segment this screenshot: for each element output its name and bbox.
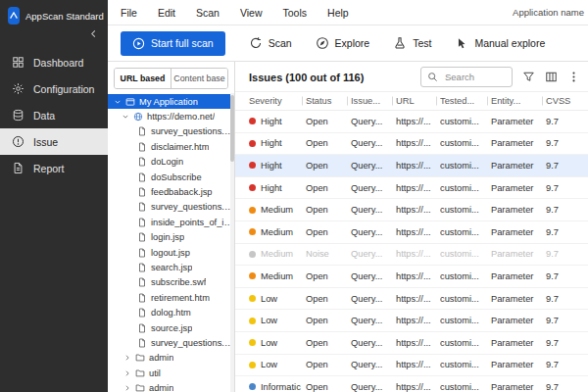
issue-row[interactable]: HightOpenQuery...https://...customi...Pa… bbox=[235, 177, 588, 200]
severity-cell: Medium bbox=[249, 205, 306, 215]
search-box[interactable] bbox=[420, 67, 513, 87]
report-icon bbox=[12, 162, 24, 174]
toolbar-buttons: ScanExploreTestManual explore bbox=[249, 36, 546, 50]
tree-folder[interactable]: admin bbox=[108, 351, 234, 366]
column-header-severity[interactable]: Severity bbox=[249, 96, 306, 106]
explore-button[interactable]: Explore bbox=[316, 36, 370, 50]
column-header-cvss[interactable]: CVSS bbox=[546, 96, 588, 106]
database-icon bbox=[12, 109, 24, 122]
issue-row[interactable]: LowOpenQuery...https://...customi...Para… bbox=[235, 332, 588, 355]
status-cell: Open bbox=[306, 227, 351, 237]
issue-row[interactable]: LowOpenQuery...https://...customi...Para… bbox=[235, 355, 588, 377]
url-cell: https://... bbox=[396, 205, 440, 215]
severity-label: Informatic bbox=[261, 382, 301, 392]
tree-file[interactable]: disclaimer.htm bbox=[108, 139, 234, 154]
tree-node-host[interactable]: https://demo.net/ bbox=[108, 109, 234, 123]
column-header-status[interactable]: Status bbox=[306, 96, 351, 106]
issue-row[interactable]: LowOpenQuery...https://...customi...Para… bbox=[235, 288, 588, 311]
tree-file[interactable]: inside_points_of_inter bbox=[108, 215, 234, 229]
tree-item-label: My Application bbox=[139, 97, 198, 107]
issue-row[interactable]: HightOpenQuery...https://...customi...Pa… bbox=[235, 111, 588, 133]
issue-row[interactable]: HightOpenQuery...https://...customi...Pa… bbox=[235, 133, 588, 156]
menu-edit[interactable]: Edit bbox=[158, 7, 175, 19]
menu-tools[interactable]: Tools bbox=[283, 7, 308, 19]
start-full-scan-button[interactable]: Start full scan bbox=[121, 31, 225, 56]
tree-folder[interactable]: util bbox=[108, 366, 234, 380]
cvss-cell: 9.7 bbox=[546, 338, 588, 348]
tree-file[interactable]: subscribe.swf bbox=[108, 275, 234, 290]
doc-icon bbox=[137, 248, 147, 258]
sidebar-item-data[interactable]: Data bbox=[0, 102, 108, 128]
tree-file[interactable]: survey_questions.jsp bbox=[108, 200, 234, 215]
tree-scrollbar[interactable] bbox=[230, 93, 234, 392]
tree-file[interactable]: survey_questions.jsp bbox=[108, 335, 234, 350]
issue-cell: Query... bbox=[351, 117, 396, 126]
tree-item-label: doSubscribe bbox=[151, 172, 202, 182]
scrollbar-thumb[interactable] bbox=[230, 95, 234, 162]
scan-icon bbox=[249, 36, 263, 50]
issue-row[interactable]: MediumOpenQuery...https://...customi...P… bbox=[235, 266, 588, 288]
severity-dot bbox=[249, 251, 256, 258]
menu-scan[interactable]: Scan bbox=[196, 7, 220, 19]
filter-icon[interactable] bbox=[522, 71, 535, 83]
tab-content-base[interactable]: Content base bbox=[171, 69, 227, 88]
menu-file[interactable]: File bbox=[121, 7, 137, 19]
sidebar-collapse-button[interactable] bbox=[0, 26, 108, 42]
url-cell: https://... bbox=[396, 227, 440, 237]
status-cell: Open bbox=[306, 161, 351, 171]
severity-label: Medium bbox=[261, 249, 293, 259]
issue-row[interactable]: MediumOpenQuery...https://...customi...P… bbox=[235, 199, 588, 221]
issue-row[interactable]: MediumOpenQuery...https://...customi...P… bbox=[235, 221, 588, 244]
issue-row[interactable]: InformaticOpenQuery...https://...customi… bbox=[235, 376, 588, 392]
columns-icon[interactable] bbox=[545, 71, 558, 83]
menu-help[interactable]: Help bbox=[327, 7, 349, 19]
column-header-url[interactable]: URL bbox=[396, 96, 440, 106]
sidebar-item-configuration[interactable]: Configuration bbox=[0, 75, 108, 102]
column-header-issue[interactable]: Issue... bbox=[351, 96, 396, 106]
tree-item-label: survey_questions.jsp bbox=[151, 126, 234, 136]
tree-file[interactable]: login.jsp bbox=[108, 230, 234, 245]
tree-file[interactable]: survey_questions.jsp bbox=[108, 124, 234, 139]
cvss-cell: 9.7 bbox=[546, 382, 588, 392]
tree-file[interactable]: source.jsp bbox=[108, 320, 234, 335]
gear-icon bbox=[12, 82, 24, 95]
folder-icon bbox=[135, 368, 145, 378]
severity-cell: Low bbox=[249, 294, 306, 304]
tree-item-label: login.jsp bbox=[151, 232, 184, 242]
issue-row[interactable]: MediumNoiseQuery...https://...customi...… bbox=[235, 244, 588, 267]
tree-item-label: inside_points_of_inter bbox=[151, 218, 234, 227]
search-input[interactable] bbox=[443, 71, 506, 83]
cvss-cell: 9.7 bbox=[546, 294, 588, 304]
manual-explore-button[interactable]: Manual explore bbox=[455, 36, 545, 50]
tree-file[interactable]: search.jsp bbox=[108, 260, 234, 274]
tree-file[interactable]: logout.jsp bbox=[108, 245, 234, 260]
column-header-tested[interactable]: Tested... bbox=[440, 96, 491, 106]
tree-file[interactable]: doLogin bbox=[108, 155, 234, 170]
doc-icon bbox=[137, 263, 147, 272]
tree-file[interactable]: retirement.htm bbox=[108, 290, 234, 305]
test-button[interactable]: Test bbox=[393, 36, 431, 50]
issue-row[interactable]: LowOpenQuery...https://...customi...Para… bbox=[235, 310, 588, 332]
tree-file[interactable]: dolog.htm bbox=[108, 305, 234, 319]
tree-folder[interactable]: admin bbox=[108, 380, 234, 392]
cvss-cell: 9.7 bbox=[546, 316, 588, 325]
severity-label: Medium bbox=[261, 205, 293, 215]
tree-file[interactable]: doSubscribe bbox=[108, 170, 234, 184]
sidebar-item-issue[interactable]: Issue bbox=[0, 128, 108, 155]
column-header-entity[interactable]: Entity... bbox=[491, 96, 546, 106]
menu-view[interactable]: View bbox=[240, 7, 263, 19]
scan-button[interactable]: Scan bbox=[249, 36, 292, 50]
sidebar-item-report[interactable]: Report bbox=[0, 155, 108, 181]
tree-file[interactable]: feedbaback.jsp bbox=[108, 184, 234, 199]
chevron-right-icon bbox=[123, 354, 131, 362]
tree-root-my-application[interactable]: My Application bbox=[108, 94, 234, 109]
severity-label: Low bbox=[261, 294, 277, 304]
sidebar-item-dashboard[interactable]: Dashboard bbox=[0, 49, 108, 75]
kebab-menu-icon[interactable] bbox=[567, 71, 580, 83]
tab-url-based[interactable]: URL based bbox=[115, 69, 171, 88]
sidebar: AppScan Standard DashboardConfigurationD… bbox=[0, 0, 108, 392]
issue-cell: Query... bbox=[351, 294, 396, 304]
issue-row[interactable]: HightOpenQuery...https://...customi...Pa… bbox=[235, 155, 588, 177]
severity-label: Medium bbox=[261, 227, 293, 237]
tree-item-label: util bbox=[149, 368, 161, 378]
